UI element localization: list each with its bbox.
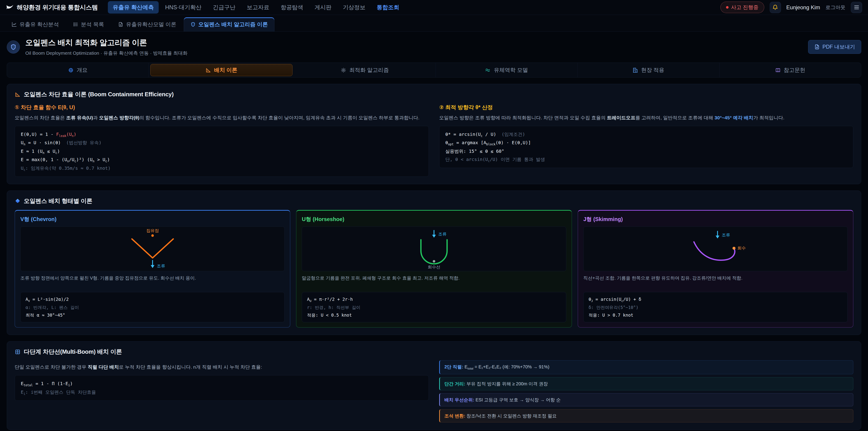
formula-line: E = max(0, 1 - (Un/Uc)²) (Un > Uc) [21,155,423,164]
section-tab-label: 유체역학 모델 [494,66,528,74]
card-header: 오일펜스 차단 효율 이론 (Boom Containment Efficien… [15,90,853,98]
analysis-tab-bar: 유출유 확산분석 분석 목록 유출유확산모델 이론 오일펜스 배치 알고리즘 이… [0,15,868,32]
containment-right-column: ② 최적 방향각 θ* 산정 오일펜스 방향은 조류 방향에 따라 최적화됩니다… [439,104,853,168]
shape-description: 조류 방향 정면에서 양쪽으로 펼친 V형. 기름을 중앙 집유점으로 유도. … [20,274,285,289]
user-name: Eunjeong Kim [786,4,820,11]
page-icon-badge [7,40,20,54]
triangle-ruler-icon [15,92,21,97]
current-label: 조류 [157,264,165,268]
containment-left-body: 오일펜스의 차단 효율은 조류 유속(U)과 오일펜스 방향각(θ)의 함수입니… [15,114,429,122]
tab-diffusion-model-theory[interactable]: 유출유확산모델 이론 [112,17,183,31]
hamburger-menu-button[interactable] [851,2,862,13]
page-subtitle: Oil Boom Deployment Optimization · 유출유 확… [25,50,188,56]
card-header: 오일펜스 배치 형태별 이론 [15,197,853,205]
section-tab-deployment-theory[interactable]: 배치 이론 [150,64,292,76]
section-tab-overview[interactable]: 개요 [7,63,149,77]
containment-columns: ① 차단 효율 함수 E(θ, U) 오일펜스의 차단 효율은 조류 유속(U)… [15,104,853,177]
j-boom-diagram: 조류 회수 [583,226,848,271]
recovery-point-dot [733,247,736,250]
page-title: 오일펜스 배치 최적화 알고리즘 이론 [25,37,188,48]
brand-title: 해양환경 위기대응 통합시스템 [17,3,98,11]
logout-button[interactable]: 로그아웃 [826,4,845,11]
pdf-export-button[interactable]: PDF 내보내기 [808,40,861,54]
v-boom-diagram-svg: 집유점 조류 [31,227,274,271]
section-tab-hydrodynamics-model[interactable]: 유체역학 모델 [436,63,578,77]
wing-logo-icon [6,4,13,11]
note-serial-two-stage: 2단 직렬: Etotal = E₁+E₂-E₁E₂ (예: 70%+70% →… [439,360,853,374]
shape-card-v-chevron: V형 (Chevron) 집유점 조류 조류 방향 정면에서 양쪽으로 펼친 V… [15,210,290,328]
document-icon [118,22,123,27]
nav-item-weather-info[interactable]: 기상정보 [338,1,370,13]
multiboom-left-column: 단일 오일펜스로 차단 불가한 경우 직렬 다단 배치로 누적 차단 효율을 향… [15,360,429,401]
section-tab-references[interactable]: 참고문헌 [719,63,861,77]
note-stage-spacing: 단간 거리: 부유 집적 방지를 위해 ≥ 200m 이격 권장 [439,377,853,390]
building-icon [632,67,638,73]
triangle-ruler-icon [206,67,211,73]
card-title: 다단계 차단선(Multi-Boom) 배치 이론 [24,348,122,356]
collection-point-label: 집유점 [146,228,159,233]
formula-block-efficiency: E(θ,U) = 1 - Fleak(Un) Un = U · sin(θ) (… [15,126,429,177]
nav-item-emergency-rescue[interactable]: 긴급구난 [208,1,241,13]
formula-line: θopt = argmax [Ablock(θ) · E(θ,U)] [445,138,847,147]
formula-line: α: 반개각, L: 펜스 길이 [26,304,279,311]
nav-item-aerial-search[interactable]: 항공탐색 [276,1,308,13]
current-arrowhead [432,235,436,238]
shape-card-j-skimming: J형 (Skimming) 조류 회수 직선+곡선 조합. 기름을 한쪽으로 편… [578,210,853,328]
section-tab-field-application[interactable]: 현장 적용 [578,63,719,77]
tab-label: 유출유확산모델 이론 [126,21,176,28]
u-boom-diagram-svg: 조류 회수선 [313,227,555,271]
notifications-button[interactable] [770,2,781,13]
tab-label: 분석 목록 [81,21,104,28]
gear-icon [341,67,346,73]
section-tab-label: 최적화 알고리즘 [349,66,389,74]
formula-block-j: θJ = arcsin(Uc/U) + δ δ: 안전여유각(5°~10°) 적… [583,292,848,322]
card-header: 다단계 차단선(Multi-Boom) 배치 이론 [15,348,853,356]
tab-boom-algorithm-theory[interactable]: 오일펜스 배치 알고리즘 이론 [184,17,274,31]
card-title: 오일펜스 배치 형태별 이론 [24,197,92,205]
u-boom-diagram: 조류 회수선 [302,226,566,271]
nav-item-integrated-search[interactable]: 통합조회 [372,1,404,13]
formula-block-optimal-angle: θ* = arcsin(Uc / U) (임계조건) θopt = argmax… [439,126,853,168]
formula-line: Un = U · sin(θ) (법선방향 유속) [21,138,423,147]
formula-line: θJ = arcsin(Uc/U) + δ [589,296,842,304]
card-title: 오일펜스 차단 효율 이론 (Boom Containment Efficien… [24,90,174,98]
section-tab-bar: 개요 배치 이론 최적화 알고리즘 유체역학 모델 현장 적용 참고문헌 [7,63,861,78]
tab-spill-diffusion-analysis[interactable]: 유출유 확산분석 [5,17,66,31]
section-tab-label: 현장 적용 [641,66,664,74]
formula-block-v: AV = L²·sin(2α)/2 α: 반개각, L: 펜스 길이 최적 α … [20,292,285,322]
section-tab-label: 배치 이론 [214,66,237,74]
recovery-vessel-label: 회수선 [428,265,440,269]
formula-line: Etotal = 1 - Π (1-Ei) [21,379,423,388]
multiboom-body: 단일 오일펜스로 차단 불가한 경우 직렬 다단 배치로 누적 차단 효율을 향… [15,363,429,371]
brand[interactable]: 해양환경 위기대응 통합시스템 [6,3,98,11]
formula-line: r: 반경, h: 직선부 길이 [307,304,561,311]
current-arrowhead [716,236,719,239]
diamond-icon [15,198,21,204]
j-boom-shape [694,242,735,260]
nav-item-reports[interactable]: 보고자료 [242,1,274,13]
incident-status-dot [726,6,728,8]
incident-status-badge: 사고 진행중 [720,2,764,13]
incident-status-label: 사고 진행중 [731,4,758,11]
recovery-point-label: 회수 [737,246,746,250]
formula-line: 적용: U < 0.5 knot [307,311,561,319]
grid-icon [15,349,21,355]
section-tab-optimization-algorithm[interactable]: 최적화 알고리즘 [294,63,436,77]
hamburger-icon [854,4,860,10]
nav-item-hns-air-diffusion[interactable]: HNS·대기확산 [160,1,206,13]
formula-block-multiboom: Etotal = 1 - Π (1-Ei) Ei: i번째 오일펜스 단독 차단… [15,375,429,401]
nav-item-board[interactable]: 게시판 [310,1,337,13]
formula-block-u: AU = π·r²/2 + 2r·h r: 반경, h: 직선부 길이 적용: … [302,292,566,322]
tab-analysis-list[interactable]: 분석 목록 [66,17,111,31]
list-icon [73,22,79,27]
formula-line: E ≈ 1 (Un ≤ Uc) [21,147,423,155]
chart-icon [11,22,17,27]
j-boom-diagram-svg: 조류 회수 [594,227,837,271]
shield-icon [10,43,17,51]
formula-line: AV = L²·sin(2α)/2 [26,296,279,304]
page-header: 오일펜스 배치 최적화 알고리즘 이론 Oil Boom Deployment … [0,32,868,62]
nav-right-cluster: 사고 진행중 Eunjeong Kim 로그아웃 [720,2,862,13]
nav-item-oil-spill-prediction[interactable]: 유출유 확산예측 [108,1,159,13]
globe-icon [68,67,74,73]
shape-name: V형 (Chevron) [20,216,285,223]
